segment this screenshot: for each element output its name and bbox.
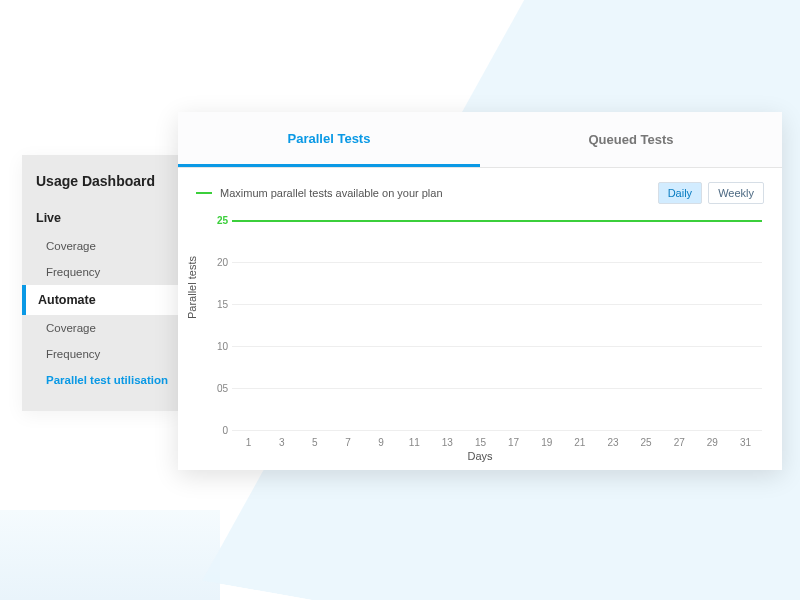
x-tick: 1	[246, 437, 252, 448]
y-tick: 25	[208, 215, 228, 226]
sidebar-item-coverage-live[interactable]: Coverage	[22, 233, 178, 259]
x-tick: 31	[740, 437, 751, 448]
x-tick: 3	[279, 437, 285, 448]
legend-text: Maximum parallel tests available on your…	[220, 187, 443, 199]
y-axis-label: Parallel tests	[186, 256, 198, 319]
legend: Maximum parallel tests available on your…	[196, 187, 443, 199]
period-daily-button[interactable]: Daily	[658, 182, 702, 204]
tab-queued-tests[interactable]: Queued Tests	[480, 112, 782, 167]
gridline	[232, 304, 762, 305]
legend-dash-icon	[196, 192, 212, 194]
sidebar-item-frequency-live[interactable]: Frequency	[22, 259, 178, 285]
x-tick: 11	[409, 437, 420, 448]
x-tick: 27	[674, 437, 685, 448]
x-tick: 7	[345, 437, 351, 448]
sidebar-group-automate[interactable]: Automate	[22, 285, 178, 315]
sidebar-item-parallel-util[interactable]: Parallel test utilisation	[22, 367, 178, 393]
y-tick: 10	[208, 341, 228, 352]
sidebar-item-frequency-automate[interactable]: Frequency	[22, 341, 178, 367]
gridline	[232, 346, 762, 347]
gridline	[232, 262, 762, 263]
x-tick: 13	[442, 437, 453, 448]
sidebar: Usage Dashboard Live Coverage Frequency …	[22, 155, 178, 411]
period-weekly-button[interactable]: Weekly	[708, 182, 764, 204]
sidebar-item-coverage-automate[interactable]: Coverage	[22, 315, 178, 341]
tab-parallel-tests[interactable]: Parallel Tests	[178, 112, 480, 167]
x-tick: 25	[641, 437, 652, 448]
y-tick: 20	[208, 257, 228, 268]
x-axis-label: Days	[178, 450, 782, 462]
x-tick: 17	[508, 437, 519, 448]
chart-plot-area: 00510152025135791113151719212325272931	[232, 220, 762, 430]
period-toggle: Daily Weekly	[658, 182, 764, 204]
legend-row: Maximum parallel tests available on your…	[196, 182, 764, 204]
gridline	[232, 430, 762, 431]
x-tick: 15	[475, 437, 486, 448]
x-tick: 21	[574, 437, 585, 448]
x-tick: 29	[707, 437, 718, 448]
x-tick: 19	[541, 437, 552, 448]
background-gradient-bottom	[0, 510, 220, 600]
x-tick: 9	[378, 437, 384, 448]
tab-bar: Parallel Tests Queued Tests	[178, 112, 782, 168]
x-tick: 23	[607, 437, 618, 448]
max-plan-line	[232, 220, 762, 222]
content-area: Maximum parallel tests available on your…	[178, 168, 782, 470]
y-tick: 15	[208, 299, 228, 310]
main-card: Parallel Tests Queued Tests Maximum para…	[178, 112, 782, 470]
sidebar-group-live[interactable]: Live	[22, 203, 178, 233]
x-tick: 5	[312, 437, 318, 448]
y-tick: 05	[208, 383, 228, 394]
y-tick: 0	[208, 425, 228, 436]
sidebar-title: Usage Dashboard	[22, 173, 178, 203]
gridline	[232, 388, 762, 389]
